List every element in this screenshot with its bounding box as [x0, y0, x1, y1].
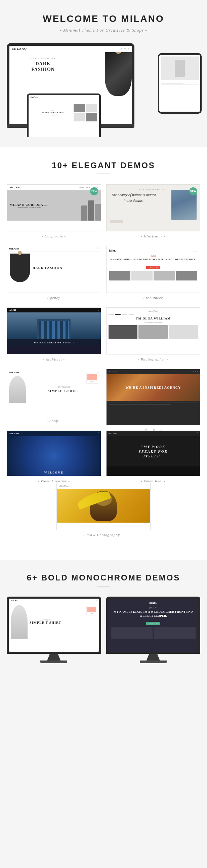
mono-free-btn[interactable]: CONTACT ME: [146, 622, 160, 625]
shop-card-img: [88, 374, 97, 380]
hero-title: WELCOME TO MILANO: [7, 13, 200, 24]
photo-nav: [108, 314, 198, 315]
demo-item-corporate[interactable]: NEW MILANO HOME ABOUT WORK MILANO CORPOR…: [7, 184, 101, 241]
shop-card: $29.00: [87, 373, 98, 384]
vc-gem: [44, 446, 64, 466]
mono-shop-icons: [96, 600, 97, 601]
onepage-nav: MILANO: [106, 369, 200, 374]
monitor-foot-2: [140, 660, 167, 663]
new-badge-illustrator: NEW: [189, 187, 197, 195]
small-hero-text: Hello I'M OLGA WILLIAM a professional ph…: [31, 110, 74, 115]
tablet-thumb: [161, 57, 199, 80]
mono-item-freelancer[interactable]: kiku. ¡HOLA! MY NAME IS KIKU. I'M A WEB …: [106, 597, 201, 670]
arch-building: [37, 319, 71, 339]
vr-logo: MILANO: [108, 432, 118, 435]
monitor-stand-freelancer: [106, 654, 201, 663]
corp-hero: MILANO CORPORATE Elegant Business WordPr…: [7, 190, 101, 221]
demo-item-video-creative[interactable]: MILANO WELCOME - Video Creative -: [7, 431, 101, 476]
demo-thumb-onepage: MILANO WE'RE A INSPIRED! AGENCY: [106, 369, 201, 426]
mono-free-screen: kiku. ¡HOLA! MY NAME IS KIKU. I'M A WEB …: [108, 599, 199, 652]
demo-thumb-video-reel: MILANO "MY WORKSPEAKS FORITSELF": [106, 431, 201, 476]
fashion-figure: [105, 52, 132, 96]
demo-thumb-shop: MILANO NEW ARRIVAL SIMPLE T-SHIRT $29.00: [7, 369, 101, 416]
mono-free-box-1: [111, 627, 153, 639]
onepage-hero: WE'RE A INSPIRED! AGENCY: [106, 374, 200, 401]
demo-item-shop[interactable]: MILANO NEW ARRIVAL SIMPLE T-SHIRT $29.00: [7, 369, 101, 426]
agency-fashion-figure: [10, 254, 30, 282]
demo-item-video-reel[interactable]: MILANO "MY WORKSPEAKS FORITSELF" - Video…: [106, 431, 201, 476]
mono-free-bottom: [111, 627, 196, 639]
hero-subtitle: - Minimal Theme For Creatives & Shops -: [7, 28, 200, 33]
corp-link-2: ABOUT: [86, 187, 92, 188]
demo-item-freelancer[interactable]: kiku. G.016 MY NAME IS KIKU. I'M A WEB D…: [106, 246, 201, 302]
screen-logo: MILANO: [12, 47, 27, 51]
photo-imgs: [108, 325, 198, 339]
demo-label-freelancer: - Freelancer -: [106, 293, 201, 302]
illus-btn-area: [110, 220, 197, 223]
tablet-mockup: [158, 53, 202, 114]
nav-dot-1: [121, 48, 122, 50]
free-photo-2: [131, 271, 152, 280]
mono-item-shop[interactable]: MILANO NEW ARRIVAL SIMPLE T-SHIRT: [7, 597, 101, 670]
demo-item-photographer[interactable]: AlgaPhoto I'M OLGA WILLIAM a professiona…: [106, 307, 201, 364]
demo-item-illustrator[interactable]: NEW FEATURED PROJECT The beauty of natur…: [106, 184, 201, 241]
demo-label-corporate: - Corporate -: [7, 231, 101, 241]
vc-label: WELCOME: [44, 471, 64, 474]
mono-shop-logo: MILANO: [11, 600, 19, 602]
hero-section: WELCOME TO MILANO - Minimal Theme For Cr…: [0, 0, 207, 147]
monitor-stand-neck-2: [146, 654, 160, 660]
small-screen-nav: AlgaPhoto: [29, 95, 99, 99]
vr-nav-dots: [197, 432, 198, 435]
free-photo-4: [176, 271, 197, 280]
screen-hero-big: DARKFASHION: [13, 61, 73, 73]
shop-nav: MILANO: [9, 371, 99, 374]
demo-thumb-architect: ARCH WE'RE A CREATIVE STUDIO: [7, 307, 101, 354]
small-screen-hero: Hello I'M OLGA WILLIAM a professional ph…: [29, 99, 99, 126]
wow-logo: AlgaPhoto: [60, 485, 70, 487]
section-divider: [97, 174, 110, 174]
mono-shop-card: $29.00: [87, 606, 97, 615]
monitor-screen-freelancer: kiku. ¡HOLA! MY NAME IS KIKU. I'M A WEB …: [108, 599, 199, 652]
photo-dot-4: [129, 314, 134, 315]
mono-free-brand: kiku.: [111, 601, 196, 604]
demo-thumb-corporate: NEW MILANO HOME ABOUT WORK MILANO CORPOR…: [7, 184, 101, 231]
demo-item-agency[interactable]: MILANO DARK FASHION - Agency -: [7, 246, 101, 302]
demo-thumb-illustrator: NEW FEATURED PROJECT The beauty of natur…: [106, 184, 201, 231]
arch-logo: ARCH: [9, 309, 16, 311]
mono-free-box-2: [153, 627, 196, 639]
shop-name: SIMPLE T-SHIRT: [29, 389, 99, 393]
onepage-line-1: [108, 403, 198, 403]
arch-nav: ARCH: [7, 308, 101, 312]
mono-shop-figure: [11, 605, 28, 639]
tablet-line-2: [161, 83, 183, 84]
screen-hero-area: DARK FASHION DARKFASHION: [9, 52, 132, 96]
screen-nav-links: [121, 48, 129, 50]
agency-logo: MILANO: [9, 248, 19, 250]
corp-people: [81, 200, 101, 221]
mono-free-name: MY NAME IS KIKU. I'M A WEB DESIGNER FRON…: [111, 610, 196, 618]
demo-label-architect: - Architect -: [7, 354, 101, 364]
arch-overlay: WE'RE A CREATIVE STUDIO: [7, 339, 101, 346]
vc-nav: MILANO: [7, 431, 101, 436]
agency-nav-dots: [96, 248, 99, 250]
shop-text: NEW ARRIVAL SIMPLE T-SHIRT: [29, 386, 99, 393]
photo-logo: AlgaPhoto: [108, 310, 198, 312]
demo-item-wow[interactable]: AlgaPhoto - WoW Photography -: [57, 483, 150, 539]
free-photos: [109, 271, 198, 280]
free-btn[interactable]: CONTACT ME: [146, 266, 160, 269]
free-nav-items: [193, 251, 197, 252]
vr-hero: "MY WORKSPEAKS FORITSELF": [106, 436, 200, 466]
shop-hero: NEW ARRIVAL SIMPLE T-SHIRT $29.00: [9, 376, 99, 403]
vc-dot: [98, 432, 99, 433]
photo-sub: a professional photographer: [108, 321, 198, 323]
demo-item-onepage[interactable]: MILANO WE'RE A INSPIRED! AGENCY - One Pa…: [106, 369, 201, 426]
mono-shop-content: NEW ARRIVAL SIMPLE T-SHIRT $29.00: [9, 603, 99, 641]
screen-hero-label: DARK FASHION: [13, 57, 73, 60]
small-name: I'M OLGA WILLIAM: [31, 111, 74, 114]
demo-item-architect[interactable]: ARCH WE'RE A CREATIVE STUDIO - Architect…: [7, 307, 101, 364]
person-1: [81, 206, 88, 221]
photo-dot-3: [122, 314, 127, 315]
free-nav: kiku.: [109, 249, 198, 254]
shop-tag: NEW ARRIVAL: [29, 386, 99, 388]
mono-grid: MILANO NEW ARRIVAL SIMPLE T-SHIRT: [7, 597, 200, 670]
